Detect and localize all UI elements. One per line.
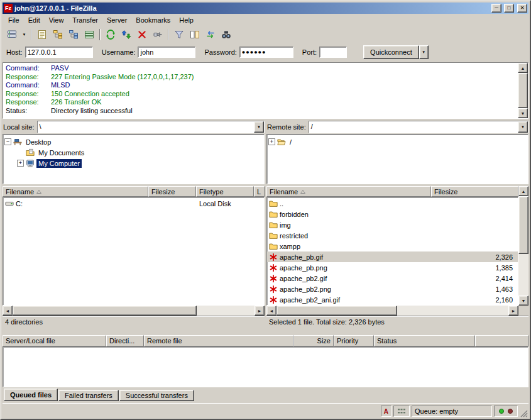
chevron-down-icon[interactable]: ▼ [254,121,264,133]
desktop-icon [13,138,22,146]
scroll-down-icon[interactable]: ▼ [518,108,528,118]
transfer-queue-list[interactable] [3,346,528,387]
menu-transfer[interactable]: Transfer [68,15,102,25]
tab-successful-transfers[interactable]: Successful transfers [119,390,194,401]
remote-vscrollbar[interactable]: ▲ ▼ [518,186,528,306]
menu-file[interactable]: File [4,15,24,25]
app-icon: Fz [4,4,13,13]
local-hscrollbar[interactable]: ◄ ► [3,306,265,316]
process-queue-button[interactable] [119,28,134,41]
image-file-icon [269,296,278,304]
file-row[interactable]: restricted [267,230,518,241]
scroll-up-icon[interactable]: ▲ [518,63,528,73]
local-file-list[interactable]: C: Local Disk [3,197,265,306]
file-row[interactable]: apache_pb2.gif2,414 [267,273,518,284]
maximize-button[interactable]: □ [504,4,514,13]
folder-icon [269,199,278,208]
collapse-icon[interactable]: − [4,138,11,145]
password-input[interactable] [239,47,293,58]
disconnect-button[interactable] [150,28,165,41]
toggle-message-log-button[interactable] [35,28,50,41]
column-header-filetype[interactable]: Filetype [196,186,254,197]
tree-item-root[interactable]: + / [268,136,527,147]
log-line: Response:227 Entering Passive Mode (127,… [6,73,515,82]
scrollbar-thumb[interactable] [518,196,528,254]
column-header-remote-file[interactable]: Remote file [144,335,293,346]
column-header-filename[interactable]: Filename [266,186,431,197]
menu-server[interactable]: Server [102,15,131,25]
quickconnect-dropdown[interactable]: ▼ [419,45,429,59]
local-site-combo[interactable]: \ ▼ [37,121,265,133]
expand-icon[interactable]: + [17,160,24,167]
chevron-down-icon: ▼ [23,33,26,36]
compare-button[interactable] [187,28,202,41]
minimize-button[interactable]: ─ [491,4,501,13]
host-input[interactable] [25,47,93,58]
column-header-filename[interactable]: Filename [3,186,148,197]
close-button[interactable]: ✕ [517,4,527,13]
scrollbar-thumb[interactable] [518,73,528,108]
chevron-down-icon[interactable]: ▼ [518,121,528,133]
column-header-server-local-file[interactable]: Server/Local file [3,335,106,346]
tree-item-my-documents[interactable]: My Documents [4,147,263,158]
tab-queued-files[interactable]: Queued files [4,389,58,401]
titlebar[interactable]: Fz john@127.0.0.1 - FileZilla ─ □ ✕ [3,3,528,14]
remote-tree[interactable]: + / [266,134,528,184]
site-manager-dropdown[interactable]: ▼ [20,28,28,41]
resize-grip[interactable] [520,409,528,417]
menu-help[interactable]: Help [175,15,198,25]
file-row[interactable]: apache_pb2_ani.gif2,160 [267,294,518,305]
tree-item-my-computer[interactable]: + My Computer [4,158,263,169]
scrollbar-thumb[interactable] [13,306,197,316]
scroll-right-icon[interactable]: ► [508,306,518,316]
site-manager-button[interactable] [4,28,19,41]
toggle-queue-button[interactable] [82,28,97,41]
column-header-direction[interactable]: Directi... [106,335,144,346]
cancel-button[interactable] [134,28,150,41]
column-header-size[interactable]: Size [293,335,334,346]
computer-icon [26,159,35,168]
filter-button[interactable] [172,28,187,41]
port-input[interactable] [319,47,347,58]
remote-file-list[interactable]: .. forbidden img restricted xampp apache… [266,197,518,306]
file-row-selected[interactable]: apache_pb.gif2,326 [267,251,518,262]
file-row[interactable]: forbidden [267,209,518,219]
username-input[interactable] [138,47,195,58]
toggle-local-tree-button[interactable] [50,28,65,41]
sync-browse-button[interactable] [203,28,218,41]
menu-edit[interactable]: Edit [24,15,45,25]
scroll-right-icon[interactable]: ► [255,306,265,316]
remote-site-combo[interactable]: / ▼ [309,121,528,133]
column-header-status[interactable]: Status [374,335,475,346]
file-row[interactable]: apache_pb.png1,385 [267,262,518,273]
file-row[interactable]: .. [267,198,518,209]
file-row[interactable]: apache_pb2.png1,463 [267,284,518,294]
quickconnect-button[interactable]: Quickconnect [363,45,419,59]
file-row[interactable]: img [267,219,518,230]
message-log-icon [37,30,47,40]
scrollbar-thumb[interactable] [276,306,397,316]
scroll-left-icon[interactable]: ◄ [3,306,13,316]
file-row[interactable]: xampp [267,241,518,251]
activity-led-red-icon [508,409,513,414]
column-header-lastmodified[interactable]: L [254,186,265,197]
local-tree[interactable]: − Desktop My Documents + My Computer [3,134,265,184]
scroll-left-icon[interactable]: ◄ [266,306,276,316]
column-header-filesize[interactable]: Filesize [431,186,518,197]
tab-failed-transfers[interactable]: Failed transfers [58,390,119,401]
tree-item-desktop[interactable]: − Desktop [4,136,263,147]
remote-hscrollbar[interactable]: ◄ ► [266,306,518,316]
menu-view[interactable]: View [45,15,68,25]
menu-bookmarks[interactable]: Bookmarks [131,15,175,25]
column-header-priority[interactable]: Priority [334,335,374,346]
column-header-filesize[interactable]: Filesize [148,186,196,197]
scroll-down-icon[interactable]: ▼ [518,296,528,306]
expand-icon[interactable]: + [268,138,275,145]
file-row[interactable]: C: Local Disk [3,198,264,209]
find-button[interactable] [219,28,234,41]
refresh-button[interactable] [103,28,118,41]
scroll-up-icon[interactable]: ▲ [518,186,528,196]
toggle-remote-tree-button[interactable] [66,28,81,41]
log-scrollbar[interactable]: ▲ ▼ [518,63,528,118]
folder-icon [269,221,278,229]
